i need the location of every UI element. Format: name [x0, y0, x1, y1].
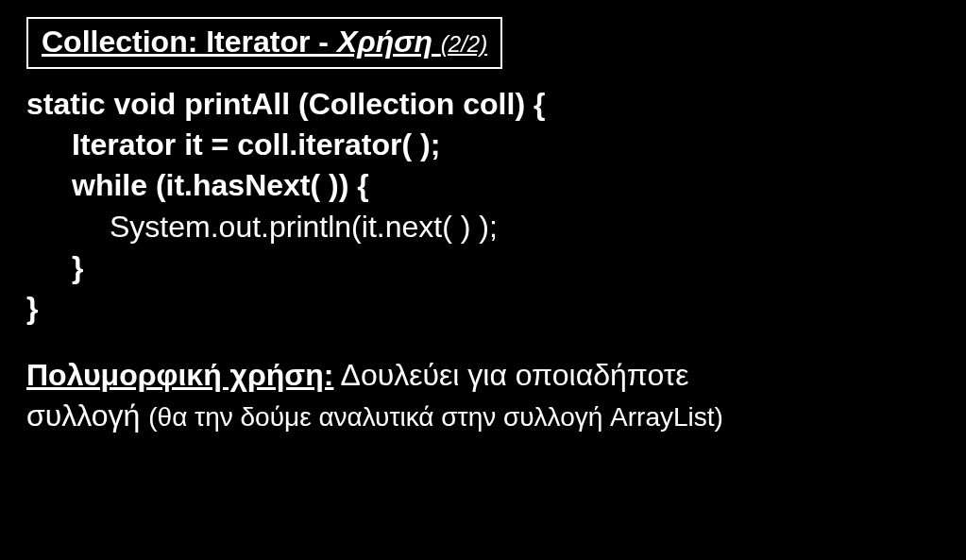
- slide-title-box: Collection: Iterator - Χρήση (2/2): [26, 17, 502, 69]
- footer-line-1: Πολυμορφική χρήση: Δουλεύει για οποιαδήπ…: [26, 355, 940, 396]
- code-line-2: Iterator it = coll.iterator( );: [72, 125, 940, 165]
- code-line-3: while (it.hasNext( )) {: [72, 165, 940, 206]
- title-part2: Χρήση: [337, 25, 441, 59]
- code-line-1: static void printAll (Collection coll) {: [26, 84, 940, 125]
- title-part3: (2/2): [441, 31, 487, 57]
- title-part1: Collection: Iterator -: [42, 25, 337, 59]
- code-line-4: System.out.println(it.next( ) );: [110, 207, 940, 247]
- footer-text: Πολυμορφική χρήση: Δουλεύει για οποιαδήπ…: [26, 355, 940, 436]
- footer-text2a: συλλογή: [26, 399, 148, 433]
- footer-text2b: (θα την δούμε αναλυτικά στην συλλογή Arr…: [148, 402, 723, 432]
- code-line-6: }: [26, 288, 940, 329]
- footer-label: Πολυμορφική χρήση:: [26, 358, 333, 392]
- footer-line-2: συλλογή (θα την δούμε αναλυτικά στην συλ…: [26, 396, 940, 436]
- code-line-5: }: [72, 247, 940, 288]
- code-block: static void printAll (Collection coll) {…: [26, 84, 940, 329]
- footer-text1: Δουλεύει για οποιαδήποτε: [333, 358, 688, 392]
